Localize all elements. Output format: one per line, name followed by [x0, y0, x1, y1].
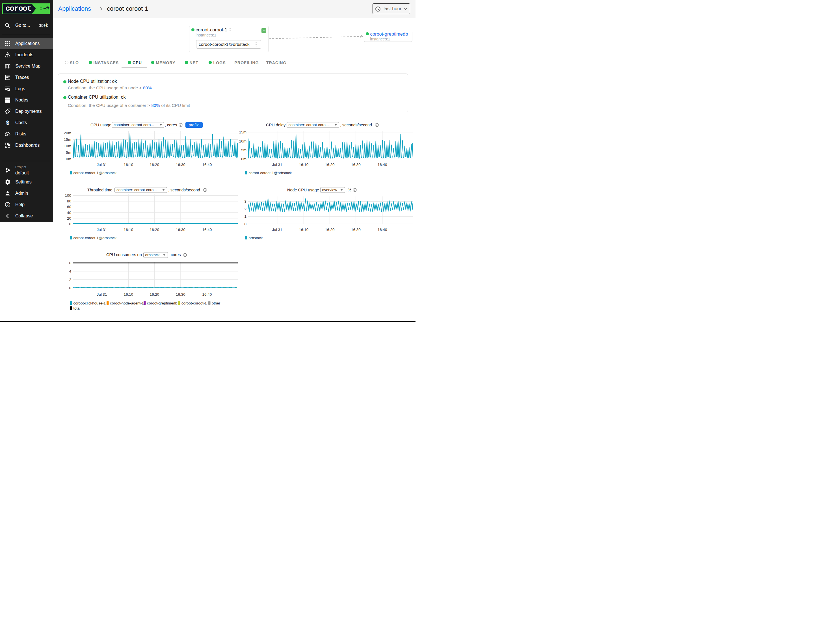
svg-text:10m: 10m: [64, 144, 71, 148]
svg-text:3: 3: [244, 199, 247, 204]
svg-text:16:30: 16:30: [176, 292, 185, 296]
svg-text:20: 20: [67, 216, 71, 220]
svg-text:16:10: 16:10: [124, 163, 134, 167]
svg-text:Jul 31: Jul 31: [272, 228, 282, 232]
svg-text:0m: 0m: [241, 157, 247, 161]
svg-text:coroot-coroot-1@orbstack: coroot-coroot-1@orbstack: [73, 171, 117, 175]
svg-text:16:20: 16:20: [150, 163, 159, 167]
svg-text:0m: 0m: [66, 157, 71, 161]
svg-text:16:10: 16:10: [299, 163, 309, 167]
svg-text:5m: 5m: [241, 148, 247, 152]
svg-text:10m: 10m: [239, 139, 247, 143]
svg-text:16:40: 16:40: [377, 228, 387, 232]
svg-text:orbstack: orbstack: [249, 236, 263, 240]
svg-text:16:10: 16:10: [299, 228, 309, 232]
svg-text:0: 0: [69, 222, 71, 226]
svg-text:15m: 15m: [239, 130, 247, 134]
svg-text:40: 40: [67, 210, 71, 215]
svg-text:16:30: 16:30: [176, 228, 185, 232]
svg-text:16:20: 16:20: [150, 228, 159, 232]
svg-text:100: 100: [65, 193, 71, 198]
svg-text:16:30: 16:30: [351, 163, 361, 167]
svg-text:16:40: 16:40: [377, 163, 387, 167]
svg-text:?: ?: [7, 203, 9, 206]
svg-text:total: total: [73, 306, 81, 311]
svg-text:15m: 15m: [64, 137, 71, 142]
svg-text:16:20: 16:20: [325, 163, 335, 167]
svg-text:0: 0: [244, 222, 247, 226]
svg-text:Jul 31: Jul 31: [97, 163, 107, 167]
svg-text:16:20: 16:20: [150, 292, 159, 296]
svg-text:6: 6: [69, 261, 71, 265]
svg-text:20m: 20m: [64, 131, 71, 135]
svg-text:2: 2: [69, 277, 71, 282]
svg-text:$: $: [6, 120, 9, 126]
svg-text:2: 2: [244, 207, 247, 211]
svg-text:16:40: 16:40: [202, 163, 212, 167]
svg-text:16:40: 16:40: [202, 228, 212, 232]
svg-text:16:30: 16:30: [351, 228, 361, 232]
svg-text:Jul 31: Jul 31: [97, 228, 107, 232]
svg-text:coroot-node-agent-1: coroot-node-agent-1: [110, 301, 144, 305]
svg-text:16:10: 16:10: [124, 292, 134, 296]
svg-text:16:30: 16:30: [176, 163, 185, 167]
svg-text:5m: 5m: [66, 150, 71, 155]
svg-text:coroot-coroot-1@orbstack: coroot-coroot-1@orbstack: [249, 171, 292, 175]
svg-text:coroot-greptimedb: coroot-greptimedb: [147, 301, 177, 305]
svg-text:60: 60: [67, 205, 71, 209]
svg-text:coroot-coroot-1: coroot-coroot-1: [181, 301, 207, 305]
svg-text:80: 80: [67, 199, 71, 203]
svg-text:16:10: 16:10: [124, 228, 134, 232]
svg-text:Jul 31: Jul 31: [97, 292, 107, 296]
svg-text:4: 4: [69, 269, 71, 273]
svg-text:coroot-clickhouse-1: coroot-clickhouse-1: [73, 301, 106, 305]
svg-text:coroot-coroot-1@orbstack: coroot-coroot-1@orbstack: [73, 236, 117, 240]
svg-text:Jul 31: Jul 31: [272, 163, 282, 167]
svg-text:16:40: 16:40: [202, 292, 212, 296]
svg-text:1: 1: [244, 214, 247, 218]
svg-text:16:20: 16:20: [325, 228, 335, 232]
svg-text:other: other: [212, 301, 220, 305]
svg-text:0: 0: [69, 286, 71, 290]
